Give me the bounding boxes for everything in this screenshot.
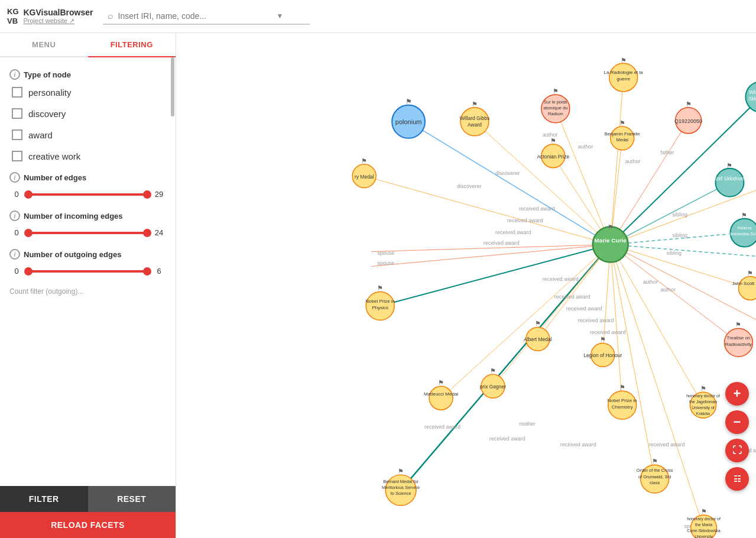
search-area[interactable]: ⌕ ▼ xyxy=(103,8,310,25)
edge-label: received award xyxy=(519,206,555,212)
layers-button[interactable]: ☷ xyxy=(725,467,749,491)
edge-label: received award xyxy=(560,442,596,448)
label-hon-mcsu4: University xyxy=(695,534,713,538)
edge-label: received award xyxy=(566,306,602,312)
fit-view-button[interactable]: ⛶ xyxy=(725,439,749,462)
incoming-thumb-right[interactable] xyxy=(143,229,151,237)
zoom-out-button[interactable]: − xyxy=(725,410,749,434)
info-icon-incoming[interactable]: i xyxy=(9,210,20,221)
edge-label: received award xyxy=(590,329,626,335)
edges-label: Number of edges xyxy=(24,173,86,182)
outgoing-min-val: 0 xyxy=(9,267,24,276)
edge-label: received award xyxy=(649,442,685,448)
label-bfm1: Benjamin Franklin xyxy=(605,131,640,137)
checkbox-discovery[interactable] xyxy=(12,108,22,119)
info-icon-edges[interactable]: i xyxy=(9,172,20,183)
pin-bernard: ⚑ xyxy=(398,468,404,475)
pin-polonium: ⚑ xyxy=(405,98,412,106)
zoom-in-button[interactable]: + xyxy=(725,382,749,406)
node-matteucci[interactable] xyxy=(429,386,453,410)
label-bernard2: Meritorious Service xyxy=(382,485,420,490)
edge-label: sibling xyxy=(673,232,687,238)
node-john-scott[interactable] xyxy=(738,277,756,300)
incoming-section-title: i Number of incoming edges xyxy=(9,210,166,221)
edges-thumb-right[interactable] xyxy=(143,190,151,199)
edge xyxy=(493,245,611,387)
label-actonian: Actonian Prize xyxy=(537,154,569,160)
edge-label: received award xyxy=(484,240,520,246)
outgoing-thumb-left[interactable] xyxy=(24,267,33,276)
scrollbar-thumb[interactable] xyxy=(171,57,174,116)
filter-personality[interactable]: personality xyxy=(9,87,166,98)
slider-outgoing: i Number of outgoing edges 0 6 xyxy=(9,249,166,276)
label-wladyslaw1: Władysław xyxy=(749,89,756,95)
search-input[interactable] xyxy=(118,11,272,21)
incoming-min-val: 0 xyxy=(9,228,24,237)
checkbox-award[interactable] xyxy=(12,129,22,140)
tab-filtering[interactable]: FILTERING xyxy=(88,33,176,57)
edge xyxy=(611,245,739,343)
edge xyxy=(611,77,624,245)
checkbox-personality[interactable] xyxy=(12,87,22,98)
edge-label: received award xyxy=(578,317,614,323)
label-wladyslaw2: Skłodowski xyxy=(748,96,756,102)
label-radiologie2: guerre xyxy=(617,76,631,82)
filter-creative-work[interactable]: creative work xyxy=(9,151,166,161)
label-nobel-physics1: Nobel Prize in xyxy=(365,299,395,304)
label-award: award xyxy=(28,130,53,140)
reload-facets-button[interactable]: RELOAD FACETS xyxy=(0,512,176,538)
label-discovery: discovery xyxy=(28,109,66,119)
pin-hon-mcsu: ⚑ xyxy=(701,508,707,515)
filter-button[interactable]: FILTER xyxy=(0,486,88,512)
node-marie-curie[interactable] xyxy=(593,227,628,262)
pin-marie: ⚑ xyxy=(608,223,614,231)
label-ry-medal: ry Medal xyxy=(355,174,374,180)
edge-label: received award xyxy=(543,277,579,283)
pin-albert: ⚑ xyxy=(535,320,541,327)
info-icon-type[interactable]: i xyxy=(9,69,20,80)
label-hon-jag2: the Jagellonian xyxy=(689,400,717,404)
project-link[interactable]: Project website ↗ xyxy=(24,17,93,25)
edge-label: sibling xyxy=(673,212,687,218)
graph-svg[interactable]: discoverer discoverer author author auth… xyxy=(176,33,756,538)
main-layout: MENU FILTERING i Type of node personalit… xyxy=(0,33,756,538)
outgoing-label: Number of outgoing edges xyxy=(24,250,121,259)
edges-fill xyxy=(28,193,147,196)
edge-label: author xyxy=(578,144,593,150)
label-matteucci1: Matteucci Medal xyxy=(424,391,458,397)
dropdown-icon[interactable]: ▼ xyxy=(277,12,284,20)
label-jozef1: Józef Skłodowski xyxy=(710,176,749,182)
incoming-max-val: 24 xyxy=(152,228,166,237)
filter-award[interactable]: award xyxy=(9,129,166,140)
edges-thumb-left[interactable] xyxy=(24,190,33,199)
checkbox-creative-work[interactable] xyxy=(12,151,22,161)
type-of-node-section: i Type of node xyxy=(9,69,166,80)
logo-kg: KG xyxy=(7,7,19,17)
edges-track[interactable] xyxy=(28,193,147,196)
node-jozef[interactable] xyxy=(716,168,744,197)
label-nobel-chem1: Nobel Prize in xyxy=(608,398,637,403)
edge-label: discoverer xyxy=(495,170,520,176)
outgoing-fill xyxy=(28,270,147,273)
edges-min-val: 0 xyxy=(9,190,24,199)
reset-button[interactable]: RESET xyxy=(88,486,176,512)
sidebar-tabs: MENU FILTERING xyxy=(0,33,176,57)
incoming-slider-row[interactable]: 0 24 xyxy=(9,228,166,237)
incoming-thumb-left[interactable] xyxy=(24,229,33,237)
label-willard2: Award xyxy=(468,122,482,128)
edge-label: spouse xyxy=(377,260,394,266)
label-helena1: Helena xyxy=(738,225,752,231)
outgoing-slider-row[interactable]: 0 6 xyxy=(9,267,166,276)
label-poids2: atomique du xyxy=(543,105,567,111)
info-icon-outgoing[interactable]: i xyxy=(9,249,20,260)
outgoing-thumb-right[interactable] xyxy=(143,267,151,276)
outgoing-track[interactable] xyxy=(28,270,147,273)
tab-menu[interactable]: MENU xyxy=(0,33,88,56)
app-info: KGVisualBrowser Project website ↗ xyxy=(24,8,93,25)
filter-discovery[interactable]: discovery xyxy=(9,108,166,119)
edges-slider-row[interactable]: 0 29 xyxy=(9,190,166,199)
label-polonium: polonium xyxy=(395,118,422,125)
incoming-track[interactable] xyxy=(28,232,147,234)
pin-actonian: ⚑ xyxy=(550,137,556,144)
label-hon-jag3: University of xyxy=(692,406,714,410)
